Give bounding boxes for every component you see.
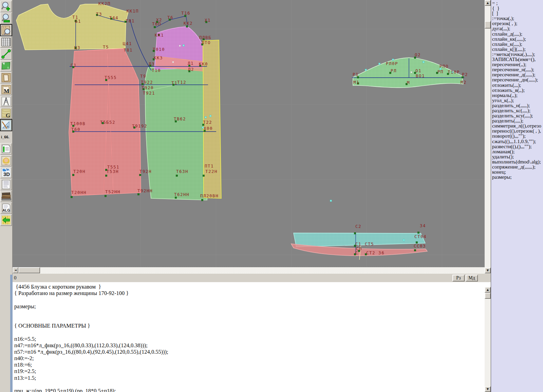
pattern-piece-back-green[interactable] <box>145 67 207 200</box>
command-item[interactable]: разделить_ксу(,,,,); <box>492 113 543 118</box>
command-item[interactable]: удалить(); <box>492 154 543 159</box>
scroll-track[interactable] <box>485 287 491 392</box>
toolbar-button-alg-file[interactable]: ALG <box>0 202 12 214</box>
command-item[interactable]: нормаль(,,); <box>492 93 543 98</box>
canvas-vertical-scrollbar[interactable]: ▲ ▼ <box>485 0 491 273</box>
command-item[interactable]: отложить_в(,,); <box>492 88 543 93</box>
command-item[interactable]: развести((),(),,,""); <box>492 144 543 149</box>
algorithm-editor[interactable]: {4456 Блузка с коротким рукавом }{ Разра… <box>13 282 485 392</box>
point-marker[interactable] <box>416 242 418 243</box>
point-marker[interactable] <box>105 195 107 197</box>
point-marker[interactable] <box>205 117 207 118</box>
point-marker[interactable] <box>176 175 178 177</box>
toolbar-button-size-table[interactable] <box>0 143 12 155</box>
scroll-down-icon[interactable]: ▼ <box>485 268 491 273</box>
command-item[interactable]: отложить(,,,); <box>492 83 543 88</box>
command-item[interactable]: сопряжение_д(,,,,,,); <box>492 164 543 170</box>
command-item[interactable]: конец; <box>492 170 543 175</box>
command-item[interactable]: сплайн_д(,,,,); <box>492 32 543 37</box>
toolbar-button-i66[interactable]: i_66. <box>0 131 12 143</box>
command-item[interactable]: угол_к(,,); <box>492 98 543 103</box>
command-item[interactable]: пересечение_н(,,,,); <box>492 67 543 72</box>
point-marker[interactable] <box>423 61 425 63</box>
point-marker[interactable] <box>354 233 356 234</box>
command-item[interactable]: { } <box>492 6 543 11</box>
scroll-left-icon[interactable]: ◄ <box>13 267 18 273</box>
point-marker[interactable] <box>202 199 203 201</box>
command-item[interactable]: дуга(,,,); <box>492 26 543 31</box>
point-marker[interactable] <box>139 174 141 176</box>
command-item[interactable]: отрезок( , ); <box>492 21 543 26</box>
command-item[interactable]: :=метка(точка(,),,,,); <box>492 52 543 57</box>
scroll-thumb[interactable] <box>485 293 491 299</box>
toolbar-button-zoom-in[interactable] <box>0 1 12 12</box>
command-item[interactable]: выполнить(dmod\.alg); <box>492 159 543 164</box>
toolbar-button-model-photo[interactable] <box>0 155 12 166</box>
command-item[interactable]: сплайн_к[](,,,,); <box>492 47 543 52</box>
toolbar-button-pattern-piece[interactable] <box>0 72 12 83</box>
toolbar-button-exit[interactable] <box>0 214 12 226</box>
toolbar-button-ruler[interactable]: B <box>0 119 12 131</box>
toolbar-button-zoom-out[interactable] <box>0 13 12 24</box>
point-marker[interactable] <box>411 72 412 73</box>
point-marker[interactable] <box>138 194 139 195</box>
point-marker[interactable] <box>106 175 107 177</box>
toolbar-button-measure[interactable] <box>0 48 12 60</box>
command-item[interactable]: ломаная(); <box>492 149 543 154</box>
toolbar-button-view-3d[interactable]: 3D <box>0 167 12 178</box>
md-button[interactable]: Мд <box>466 275 478 281</box>
command-item[interactable]: ЗАПИСАТЬ(имя=(), <box>492 57 543 62</box>
command-item[interactable]: разделить_кс(,,,,); <box>492 108 543 113</box>
command-item[interactable]: [ ] <box>492 11 543 16</box>
scroll-up-icon[interactable]: ▲ <box>485 287 491 293</box>
command-item[interactable]: перенос((),отрезок( , ), <box>492 129 543 134</box>
scroll-thumb[interactable] <box>18 267 40 273</box>
pattern-canvas[interactable]: КК2ПТ3Т44Т81КК1ПТ1Б1Ц3Т5Ц41Т81Т16Т6Х2Т6П… <box>13 0 485 267</box>
point-marker[interactable] <box>73 174 74 176</box>
point-marker[interactable] <box>403 239 405 241</box>
point-marker[interactable] <box>203 175 205 177</box>
point-marker[interactable] <box>186 26 188 27</box>
canvas-horizontal-scrollbar[interactable]: ◄ <box>13 267 485 273</box>
command-item[interactable]: пересечение_дн(,,,,,); <box>492 77 543 82</box>
editor-vertical-scrollbar[interactable]: ▲ ▼ <box>485 282 491 392</box>
scroll-down-icon[interactable]: ▼ <box>485 386 491 392</box>
command-item[interactable]: сплайн_к(,,,,); <box>492 42 543 47</box>
point-marker[interactable] <box>330 200 332 202</box>
scroll-thumb[interactable] <box>485 21 491 28</box>
command-item[interactable]: сжать((),,,1.1,0.9,""); <box>492 139 543 144</box>
pattern-piece-back-yoke[interactable] <box>16 4 128 50</box>
point-marker[interactable] <box>210 115 211 117</box>
toolbar-button-pattern-preview[interactable] <box>0 24 12 36</box>
rz-button[interactable]: Рз <box>452 275 465 281</box>
toolbar-button-pattern-m[interactable]: M <box>0 84 12 95</box>
toolbar-button-drafting-tools[interactable]: A <box>0 96 12 107</box>
scroll-up-icon[interactable]: ▲ <box>485 0 491 6</box>
point-marker[interactable] <box>414 250 416 251</box>
toolbar-button-view-image[interactable] <box>0 60 12 72</box>
point-marker[interactable] <box>379 63 380 65</box>
command-item[interactable]: разделить(,,,,); <box>492 118 543 123</box>
command-item[interactable]: размеры; <box>492 175 543 180</box>
command-item[interactable]: разделить_н(,,,,,); <box>492 103 543 108</box>
point-marker[interactable] <box>175 197 177 199</box>
command-item[interactable]: пересечение_д(,,,,,); <box>492 72 543 77</box>
point-marker[interactable] <box>172 61 174 63</box>
command-item[interactable]: поворот((),,,""); <box>492 134 543 139</box>
command-item[interactable]: симметрия_л((),отрезо <box>492 123 543 129</box>
point-marker[interactable] <box>392 59 394 61</box>
point-marker[interactable] <box>418 232 419 234</box>
command-item[interactable]: пересечение(,,); <box>492 62 543 67</box>
command-item[interactable]: = ; <box>492 1 543 6</box>
command-item[interactable]: сплайн_кк(,,,,,); <box>492 37 543 42</box>
scroll-track[interactable] <box>13 267 485 273</box>
command-item[interactable]: :=точка(,); <box>492 16 543 21</box>
scroll-track[interactable] <box>485 0 491 273</box>
toolbar-button-g-tool[interactable]: G <box>0 107 12 119</box>
point-marker[interactable] <box>365 69 367 71</box>
point-marker[interactable] <box>154 26 156 28</box>
toolbar-button-spec-list[interactable] <box>0 179 12 190</box>
point-marker[interactable] <box>179 45 181 46</box>
point-marker[interactable] <box>71 196 73 198</box>
toolbar-button-grid[interactable] <box>0 36 12 48</box>
